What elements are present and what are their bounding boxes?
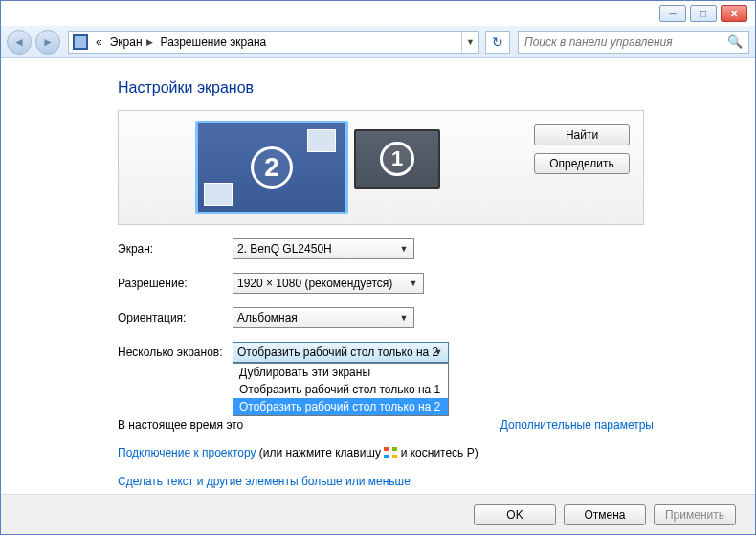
dropdown-option-show-on-2[interactable]: Отобразить рабочий стол только на 2 — [233, 398, 448, 415]
button-bar: OK Отмена Применить — [1, 494, 755, 534]
advanced-settings-link[interactable]: Дополнительные параметры — [500, 418, 654, 432]
multiple-displays-combo[interactable]: Отобразить рабочий стол только на 2 ▼ — [233, 342, 449, 363]
orientation-combo-value: Альбомная — [237, 311, 298, 324]
maximize-button[interactable]: □ — [690, 5, 717, 22]
refresh-button[interactable]: ↻ — [485, 31, 510, 54]
text-size-link[interactable]: Сделать текст и другие элементы больше и… — [118, 475, 411, 488]
navbar: ◄ ► « Экран▶ Разрешение экрана ▼ ↻ 🔍 — [1, 26, 755, 58]
forward-nav-button[interactable]: ► — [35, 30, 60, 55]
page-title: Настройки экранов — [118, 79, 755, 97]
search-box[interactable]: 🔍 — [518, 31, 749, 54]
projector-link[interactable]: Подключение к проектору — [118, 446, 256, 459]
monitor-2[interactable]: 2 — [195, 121, 348, 214]
find-button[interactable]: Найти — [534, 124, 630, 145]
resolution-label: Разрешение: — [118, 277, 233, 290]
orientation-label: Ориентация: — [118, 311, 233, 324]
dropdown-option-duplicate[interactable]: Дублировать эти экраны — [233, 364, 448, 381]
multiple-combo-value: Отобразить рабочий стол только на 2 — [237, 346, 438, 359]
address-bar[interactable]: « Экран▶ Разрешение экрана ▼ — [68, 31, 479, 54]
breadcrumb-screen[interactable]: Экран▶ — [106, 32, 157, 53]
multiple-displays-dropdown: Дублировать эти экраны Отобразить рабочи… — [233, 363, 449, 416]
multiple-label: Несколько экранов: — [118, 346, 233, 359]
orientation-combo[interactable]: Альбомная ▼ — [233, 307, 414, 328]
projector-hint-b: и коснитесь P) — [397, 446, 478, 459]
cancel-button[interactable]: Отмена — [564, 504, 646, 525]
ok-button[interactable]: OK — [474, 504, 556, 525]
window-thumb-icon — [204, 183, 233, 206]
window-thumb-icon — [307, 129, 336, 152]
search-icon[interactable]: 🔍 — [727, 34, 743, 49]
chevron-right-icon: ▶ — [146, 37, 153, 47]
chevron-down-icon: ▼ — [396, 241, 411, 256]
breadcrumb-screen-label: Экран — [110, 35, 143, 49]
close-button[interactable]: ✕ — [721, 5, 747, 22]
current-main-text: В настоящее время это — [118, 418, 243, 432]
dropdown-option-show-on-1[interactable]: Отобразить рабочий стол только на 1 — [233, 381, 448, 398]
identify-button[interactable]: Определить — [534, 153, 630, 174]
chevron-down-icon: ▼ — [406, 276, 421, 291]
content-area: Настройки экранов 2 1 Найти Определить Э… — [1, 60, 755, 494]
monitor-1[interactable]: 1 — [354, 129, 440, 189]
resolution-combo[interactable]: 1920 × 1080 (рекомендуется) ▼ — [233, 273, 424, 294]
chevron-down-icon: ▼ — [396, 310, 411, 325]
chevron-down-icon: ▼ — [431, 345, 446, 360]
screen-label: Экран: — [118, 242, 233, 256]
breadcrumb-resolution[interactable]: Разрешение экрана — [157, 32, 271, 53]
search-input[interactable] — [524, 35, 727, 49]
address-dropdown-button[interactable]: ▼ — [461, 32, 478, 53]
screen-combo[interactable]: 2. BenQ GL2450H ▼ — [233, 238, 414, 259]
back-nav-button[interactable]: ◄ — [7, 30, 32, 55]
monitor-preview: 2 1 Найти Определить — [118, 110, 644, 225]
monitor-1-number: 1 — [380, 142, 414, 176]
resolution-combo-value: 1920 × 1080 (рекомендуется) — [237, 277, 392, 290]
monitor-2-number: 2 — [251, 146, 293, 189]
screen-combo-value: 2. BenQ GL2450H — [237, 242, 332, 256]
windows-key-icon — [384, 447, 397, 458]
apply-button[interactable]: Применить — [654, 504, 736, 525]
breadcrumb-back[interactable]: « — [92, 32, 106, 53]
control-panel-icon — [73, 34, 88, 50]
minimize-button[interactable]: ─ — [659, 5, 686, 22]
projector-hint-a: (или нажмите клавишу — [256, 446, 385, 459]
